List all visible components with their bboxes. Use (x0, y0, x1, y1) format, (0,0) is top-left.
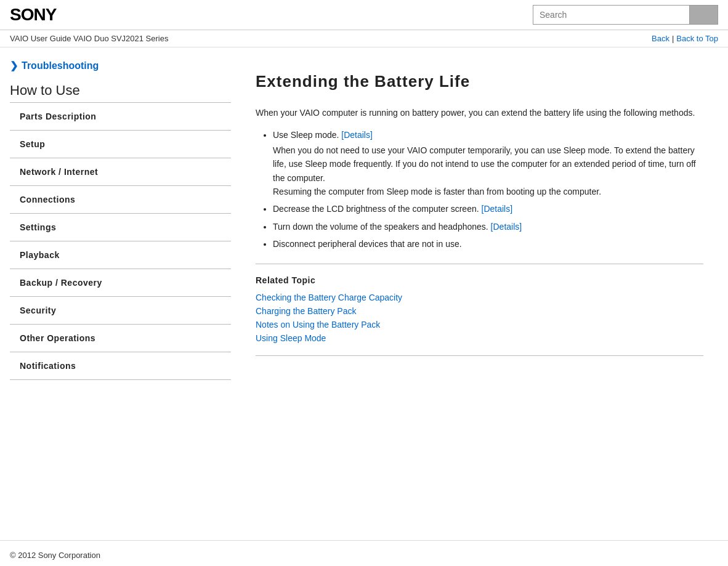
sidebar-item-backup-recovery[interactable]: Backup / Recovery (10, 269, 231, 296)
chevron-right-icon: ❯ (10, 60, 18, 71)
bullet-sub-sleep: When you do not need to use your VAIO co… (273, 144, 703, 199)
back-link[interactable]: Back (652, 34, 669, 43)
bullet-list: Use Sleep mode. [Details] When you do no… (273, 128, 703, 251)
sidebar-item-connections[interactable]: Connections (10, 186, 231, 213)
sidebar-item-other-operations[interactable]: Other Operations (10, 325, 231, 352)
nav-separator: | (672, 34, 674, 43)
subheader: VAIO User Guide VAIO Duo SVJ2021 Series … (0, 30, 728, 47)
detail-link-lcd[interactable]: [Details] (482, 204, 513, 214)
related-link-charging[interactable]: Charging the Battery Pack (256, 306, 703, 316)
related-title: Related Topic (256, 275, 703, 285)
related-link-check-battery[interactable]: Checking the Battery Charge Capacity (256, 293, 703, 302)
sidebar: ❯ Troubleshooting How to Use Parts Descr… (0, 47, 231, 540)
search-button[interactable] (690, 5, 718, 25)
detail-link-volume[interactable]: [Details] (491, 222, 522, 232)
related-link-sleep-mode[interactable]: Using Sleep Mode (256, 333, 703, 343)
bullet-text-lcd: Decrease the LCD brightness of the compu… (273, 204, 479, 214)
bullet-text-peripheral: Disconnect peripheral devices that are n… (273, 239, 462, 249)
list-item-peripheral: Disconnect peripheral devices that are n… (273, 237, 703, 251)
main-layout: ❯ Troubleshooting How to Use Parts Descr… (0, 47, 728, 540)
bullet-text-volume: Turn down the volume of the speakers and… (273, 222, 488, 232)
related-link-notes-battery[interactable]: Notes on Using the Battery Pack (256, 320, 703, 329)
copyright-text: © 2012 Sony Corporation (10, 551, 100, 560)
footer: © 2012 Sony Corporation (0, 540, 728, 566)
sidebar-item-settings[interactable]: Settings (10, 214, 231, 241)
logo-area: SONY (10, 5, 56, 25)
related-section: Related Topic Checking the Battery Charg… (256, 264, 703, 356)
sidebar-item-setup[interactable]: Setup (10, 131, 231, 158)
sidebar-item-playback[interactable]: Playback (10, 241, 231, 269)
sidebar-divider-10 (10, 379, 231, 380)
related-bottom-divider (256, 355, 703, 356)
header: SONY (0, 0, 728, 30)
sidebar-section-title[interactable]: ❯ Troubleshooting (10, 60, 231, 71)
list-item-sleep: Use Sleep mode. [Details] When you do no… (273, 128, 703, 198)
search-input[interactable] (533, 5, 690, 25)
sidebar-item-security[interactable]: Security (10, 297, 231, 324)
list-item-lcd: Decrease the LCD brightness of the compu… (273, 202, 703, 216)
bullet-text-sleep: Use Sleep mode. (273, 130, 339, 140)
sony-logo: SONY (10, 5, 56, 25)
sidebar-item-network-internet[interactable]: Network / Internet (10, 158, 231, 185)
detail-link-sleep[interactable]: [Details] (341, 130, 373, 140)
sidebar-item-parts-description[interactable]: Parts Description (10, 103, 231, 130)
guide-title: VAIO User Guide VAIO Duo SVJ2021 Series (10, 34, 168, 43)
search-area (533, 5, 718, 25)
sidebar-item-notifications[interactable]: Notifications (10, 352, 231, 379)
page-title: Extending the Battery Life (256, 72, 703, 91)
how-to-use-label: How to Use (10, 83, 231, 99)
troubleshooting-label: Troubleshooting (22, 60, 99, 71)
back-to-top-link[interactable]: Back to Top (676, 34, 718, 43)
nav-links: Back | Back to Top (652, 34, 718, 43)
content-area: Extending the Battery Life When your VAI… (231, 47, 728, 540)
list-item-volume: Turn down the volume of the speakers and… (273, 220, 703, 233)
intro-text: When your VAIO computer is running on ba… (256, 106, 703, 119)
